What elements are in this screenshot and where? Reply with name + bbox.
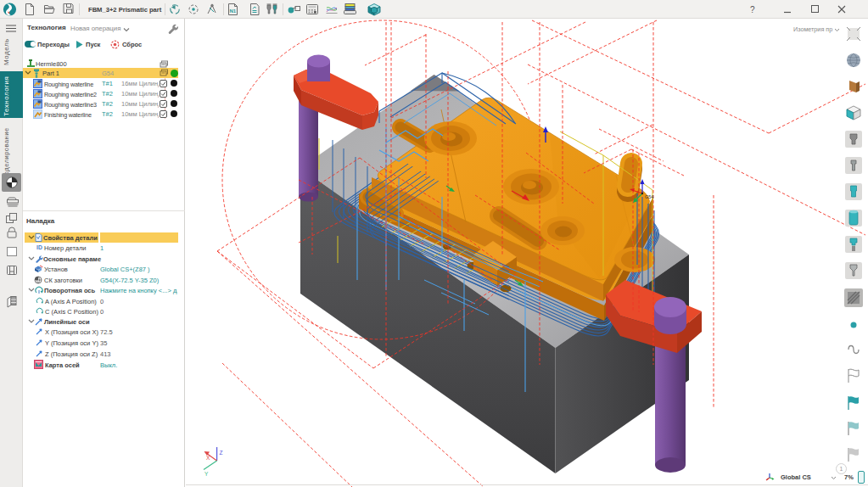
svg-text:N1: N1	[230, 8, 237, 14]
svg-text:Z: Z	[220, 450, 223, 456]
svg-text:Y: Y	[204, 471, 209, 477]
svg-text:FBM_3+2 Prismatic part: FBM_3+2 Prismatic part	[88, 6, 162, 14]
svg-text:X: X	[206, 455, 210, 461]
svg-text:?: ?	[750, 5, 755, 14]
svg-text:G54: G54	[645, 194, 653, 199]
